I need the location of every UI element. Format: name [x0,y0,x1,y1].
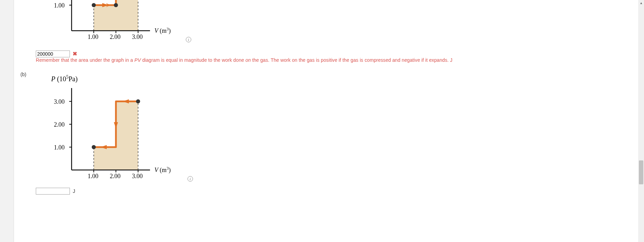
vertical-scrollbar[interactable]: ▴ [638,0,644,242]
x-tick-label: 1.00 [88,33,99,41]
pv-chart-b-svg [51,74,194,187]
svg-point-12 [92,3,96,7]
page-margin [0,0,14,242]
x-axis-unit-open: (m [160,167,167,173]
answer-input-a[interactable] [36,51,70,57]
x-tick-label: 2.00 [110,33,121,41]
page-margin-rule [14,0,14,242]
feedback-suffix: the gas. The work on the gas is positive… [251,57,452,63]
x-axis-var: V [154,167,158,173]
feedback-pv: PV [134,57,141,63]
x-axis-label: V (m3) [154,27,171,34]
pv-chart-a-svg [51,0,188,48]
x-tick-label: 1.00 [88,173,99,180]
part-label-b: (b) [20,72,26,77]
answer-row-a: ✖ [36,51,77,57]
feedback-prefix: Remember that the area under the graph i… [36,57,134,63]
x-axis-var: V [154,27,158,34]
y-tick-label: 1.00 [54,2,65,9]
svg-point-27 [92,145,96,149]
scroll-thumb[interactable] [639,160,643,184]
x-tick-label: 2.00 [110,173,121,180]
pv-chart-b: P (105Pa) [51,74,194,187]
answer-unit-b: J [73,188,75,194]
scroll-up-icon[interactable]: ▴ [638,0,644,6]
svg-point-13 [114,3,118,7]
pv-chart-a-partial: 1.00 1.00 2.00 3.00 V (m3) i [51,0,188,48]
svg-point-28 [136,99,140,103]
x-axis-unit-close: ) [169,27,171,34]
incorrect-icon: ✖ [73,51,77,57]
x-tick-label: 3.00 [132,173,143,180]
feedback-text: Remember that the area under the graph i… [36,57,615,63]
info-icon[interactable]: i [186,37,191,42]
x-tick-label: 3.00 [132,33,143,41]
answer-input-b[interactable] [36,188,70,195]
x-axis-label: V (m3) [154,166,171,174]
answer-row-b: J [36,188,75,195]
x-axis-unit-close: ) [169,167,171,173]
info-icon[interactable]: i [188,176,193,182]
x-axis-unit-open: (m [160,27,167,34]
y-tick-label: 3.00 [54,98,65,105]
y-tick-label: 1.00 [54,144,65,151]
y-tick-label: 2.00 [54,121,65,128]
feedback-middle: diagram is equal in magnitude to the wor… [141,57,245,63]
feedback-on: on [245,57,251,63]
